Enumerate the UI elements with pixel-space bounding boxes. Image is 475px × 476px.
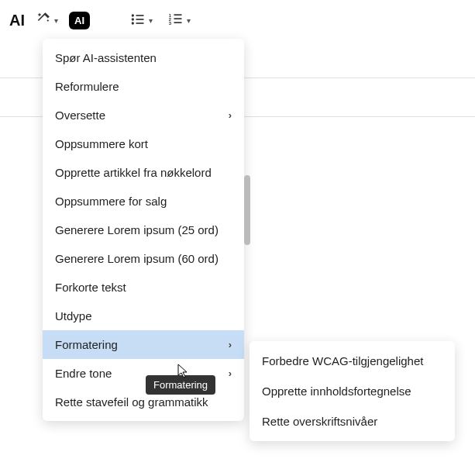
scrollbar[interactable] xyxy=(244,175,250,260)
menu-item-label: Generere Lorem ipsum (60 ord) xyxy=(55,252,219,265)
menu-item-label: Rette stavefeil og grammatikk xyxy=(55,395,208,409)
tooltip: Formatering xyxy=(146,375,215,395)
svg-rect-9 xyxy=(174,14,182,16)
menu-item-label: Endre tone xyxy=(55,367,112,380)
chevron-right-icon: › xyxy=(229,339,232,350)
numbered-list-icon: 1 2 3 xyxy=(168,12,184,29)
menu-item-summarize-sales[interactable]: Oppsummere for salg xyxy=(43,187,244,216)
menu-item-label: Oversette xyxy=(55,109,105,122)
menu-item-ask-ai[interactable]: Spør AI-assistenten xyxy=(43,43,244,72)
menu-item-label: Generere Lorem ipsum (25 ord) xyxy=(55,223,219,236)
menu-item-label: Forbedre WCAG-tilgjengelighet xyxy=(262,354,423,367)
svg-text:3: 3 xyxy=(169,21,172,26)
menu-item-translate[interactable]: Oversette › xyxy=(43,101,244,129)
numbered-list-button[interactable]: 1 2 3 ▾ xyxy=(163,9,195,33)
ai-text-label: AI xyxy=(9,12,25,29)
chevron-right-icon: › xyxy=(229,367,232,379)
formatting-submenu: Forbedre WCAG-tilgjengelighet Opprette i… xyxy=(250,341,455,441)
chevron-right-icon: › xyxy=(229,109,232,121)
menu-item-label: Forkorte tekst xyxy=(55,281,126,294)
menu-item-lorem-25[interactable]: Generere Lorem ipsum (25 ord) xyxy=(43,216,244,244)
submenu-item-headings[interactable]: Rette overskriftsnivåer xyxy=(250,406,455,436)
svg-rect-11 xyxy=(174,22,182,23)
svg-point-0 xyxy=(132,14,134,16)
menu-item-lorem-60[interactable]: Generere Lorem ipsum (60 ord) xyxy=(43,244,244,273)
magic-wand-icon xyxy=(36,11,51,30)
menu-item-label: Opprette artikkel fra nøkkelord xyxy=(55,166,212,179)
menu-item-label: Oppsummere kort xyxy=(55,137,148,150)
chevron-down-icon: ▾ xyxy=(149,16,153,25)
bullet-list-icon xyxy=(130,12,146,29)
chevron-down-icon: ▾ xyxy=(187,16,191,25)
menu-item-label: Reformulere xyxy=(55,80,119,93)
menu-item-label: Utdype xyxy=(55,309,92,323)
ai-badge[interactable]: AI xyxy=(69,12,90,29)
scrollbar-thumb[interactable] xyxy=(244,175,250,245)
svg-rect-4 xyxy=(136,19,144,20)
menu-item-reformulate[interactable]: Reformulere xyxy=(43,72,244,101)
tooltip-text: Formatering xyxy=(153,379,208,391)
menu-item-summarize-short[interactable]: Oppsummere kort xyxy=(43,129,244,158)
ai-dropdown-menu: Spør AI-assistenten Reformulere Oversett… xyxy=(43,39,244,421)
menu-item-shorten[interactable]: Forkorte tekst xyxy=(43,273,244,302)
menu-item-formatting[interactable]: Formatering › xyxy=(43,330,244,359)
menu-item-label: Oppsummere for salg xyxy=(55,195,167,208)
svg-rect-3 xyxy=(136,15,144,16)
menu-item-create-article[interactable]: Opprette artikkel fra nøkkelord xyxy=(43,158,244,187)
menu-item-label: Formatering xyxy=(55,338,118,351)
svg-point-1 xyxy=(132,18,134,20)
menu-item-elaborate[interactable]: Utdype xyxy=(43,302,244,330)
menu-item-label: Rette overskriftsnivåer xyxy=(262,415,377,428)
svg-rect-10 xyxy=(174,18,182,19)
menu-item-label: Opprette innholdsfortegnelse xyxy=(262,385,411,398)
bullet-list-button[interactable]: ▾ xyxy=(126,9,157,33)
chevron-down-icon: ▾ xyxy=(54,16,58,25)
ai-magic-button[interactable]: ▾ xyxy=(31,8,63,33)
toolbar: AI ▾ AI ▾ xyxy=(0,0,475,41)
submenu-item-toc[interactable]: Opprette innholdsfortegnelse xyxy=(250,376,455,406)
svg-rect-5 xyxy=(136,22,144,24)
submenu-item-wcag[interactable]: Forbedre WCAG-tilgjengelighet xyxy=(250,346,455,376)
svg-point-2 xyxy=(132,22,134,24)
menu-item-label: Spør AI-assistenten xyxy=(55,51,157,64)
